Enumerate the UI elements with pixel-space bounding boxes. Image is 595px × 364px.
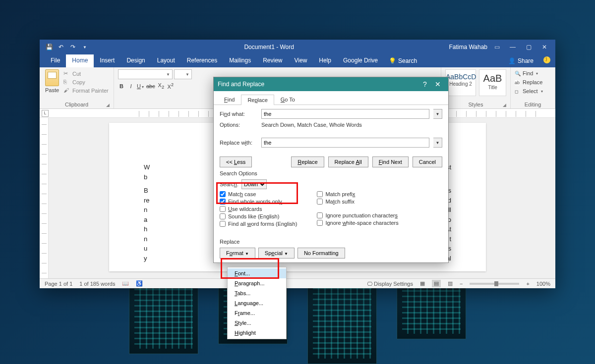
feedback-icon[interactable] xyxy=(543,56,550,63)
less-button[interactable]: << Less xyxy=(220,156,252,167)
dialog-tab-replace[interactable]: Replace xyxy=(241,95,274,105)
italic-button[interactable]: I xyxy=(127,83,134,89)
close-icon[interactable]: ✕ xyxy=(538,44,550,51)
qat-dropdown-icon[interactable]: ▼ xyxy=(80,43,89,52)
menu-item-style[interactable]: Style... xyxy=(228,318,286,328)
style-heading2[interactable]: AaBbCcDHeading 2 xyxy=(445,69,476,96)
font-name-combo[interactable]: ▼ xyxy=(118,69,173,79)
tab-home[interactable]: Home xyxy=(66,54,94,67)
chevron-down-icon: ▾ xyxy=(541,89,543,94)
menu-item-font[interactable]: Font... xyxy=(228,268,286,278)
copy-button[interactable]: Copy xyxy=(63,79,109,86)
style-title[interactable]: AaBTitle xyxy=(479,69,506,96)
zoom-in-button[interactable]: + xyxy=(526,281,529,287)
ribbon-tabs: File Home Insert Design Layout Reference… xyxy=(40,54,555,67)
ignore-punctuation-checkbox[interactable]: Ignore punctuation characters xyxy=(317,212,398,218)
tab-insert[interactable]: Insert xyxy=(94,54,120,67)
replace-section-label: Replace xyxy=(220,239,442,245)
no-formatting-button[interactable]: No Formatting xyxy=(298,248,345,259)
chevron-down-icon: ▼ xyxy=(185,72,189,77)
find-next-button[interactable]: Find Next xyxy=(372,156,409,167)
replace-with-input[interactable] xyxy=(261,138,429,148)
strikethrough-button[interactable]: abc xyxy=(146,83,155,89)
format-painter-button[interactable]: Format Painter xyxy=(63,87,109,94)
wildcards-checkbox[interactable]: Use wildcards xyxy=(220,206,297,212)
menu-item-frame[interactable]: Frame... xyxy=(228,308,286,318)
word-forms-checkbox[interactable]: Find all word forms (English) xyxy=(220,221,297,227)
subscript-button[interactable]: X2 xyxy=(158,82,165,90)
menu-item-tabs[interactable]: Tabs... xyxy=(228,288,286,298)
redo-icon[interactable]: ↷ xyxy=(68,43,77,52)
tab-review[interactable]: Review xyxy=(257,54,288,67)
menu-item-paragraph[interactable]: Paragraph... xyxy=(228,278,286,288)
replace-button[interactable]: Replace xyxy=(515,79,551,85)
font-size-combo[interactable]: ▼ xyxy=(174,69,192,79)
save-icon[interactable]: 💾 xyxy=(45,43,54,52)
tab-file[interactable]: File xyxy=(45,54,66,67)
titlebar: 💾 ↶ ↷ ▼ Document1 - Word Fatima Wahab ▭ … xyxy=(40,40,555,54)
bold-button[interactable]: B xyxy=(118,83,125,89)
find-history-dropdown[interactable]: ▼ xyxy=(433,109,442,119)
tell-me-search[interactable]: 💡Search xyxy=(384,54,422,67)
search-direction-select[interactable]: Down xyxy=(241,179,267,189)
zoom-out-button[interactable]: − xyxy=(460,281,463,287)
tab-references[interactable]: References xyxy=(181,54,223,67)
chevron-down-icon: ▼ xyxy=(166,72,170,77)
paste-button[interactable]: Paste xyxy=(44,69,60,101)
dialog-close-icon[interactable]: ✕ xyxy=(431,80,444,88)
find-what-input[interactable] xyxy=(261,109,429,119)
read-mode-icon[interactable]: ▦ xyxy=(420,280,425,287)
tab-design[interactable]: Design xyxy=(120,54,151,67)
chevron-down-icon: ▾ xyxy=(536,71,538,76)
maximize-icon[interactable]: ▢ xyxy=(523,44,535,51)
whole-words-checkbox[interactable]: Find whole words only xyxy=(220,199,297,205)
editing-group-label: Editing xyxy=(525,102,541,107)
dialog-tab-find[interactable]: Find xyxy=(218,94,241,104)
tab-google-drive[interactable]: Google Drive xyxy=(337,54,384,67)
word-count[interactable]: 1 of 185 words xyxy=(79,281,115,287)
print-layout-icon[interactable]: ▤ xyxy=(432,280,441,287)
replace-one-button[interactable]: Replace xyxy=(291,156,324,167)
sounds-like-checkbox[interactable]: Sounds like (English) xyxy=(220,213,297,219)
display-settings-button[interactable]: 🖵 Display Settings xyxy=(367,281,413,287)
format-menu-button[interactable]: Format ▼ xyxy=(220,248,255,259)
zoom-level[interactable]: 100% xyxy=(536,281,550,287)
tab-view[interactable]: View xyxy=(289,54,313,67)
menu-item-language[interactable]: Language... xyxy=(228,298,286,308)
web-layout-icon[interactable]: ▥ xyxy=(448,280,453,287)
replace-all-button[interactable]: Replace All xyxy=(328,156,368,167)
spelling-icon[interactable]: 📖 xyxy=(122,280,129,287)
superscript-button[interactable]: X2 xyxy=(167,82,174,90)
ignore-whitespace-checkbox[interactable]: Ignore white-space characters xyxy=(317,220,398,226)
select-button[interactable]: Select▾ xyxy=(515,88,551,94)
zoom-slider[interactable] xyxy=(470,283,519,285)
underline-button[interactable]: U▾ xyxy=(137,83,144,89)
dialog-titlebar[interactable]: Find and Replace ? ✕ xyxy=(214,77,448,91)
clipboard-launcher-icon[interactable]: ◢ xyxy=(106,103,110,107)
styles-launcher-icon[interactable]: ◢ xyxy=(503,103,506,107)
cancel-button[interactable]: Cancel xyxy=(413,156,442,167)
replace-history-dropdown[interactable]: ▼ xyxy=(433,138,442,148)
find-button[interactable]: Find▾ xyxy=(515,70,551,76)
styles-group-label: Styles xyxy=(469,102,483,107)
special-menu-button[interactable]: Special ▼ xyxy=(258,248,295,259)
match-suffix-checkbox[interactable]: Match suffix xyxy=(317,199,398,205)
dialog-tab-goto[interactable]: Go To xyxy=(274,94,301,104)
match-prefix-checkbox[interactable]: Match prefix xyxy=(317,191,398,197)
tab-mailings[interactable]: Mailings xyxy=(223,54,257,67)
match-case-checkbox[interactable]: Match case xyxy=(220,191,297,197)
page-indicator[interactable]: Page 1 of 1 xyxy=(45,281,72,287)
tab-help[interactable]: Help xyxy=(313,54,337,67)
cut-button[interactable]: Cut xyxy=(63,70,109,77)
share-button[interactable]: 👤Share xyxy=(503,54,538,67)
tab-layout[interactable]: Layout xyxy=(151,54,181,67)
undo-icon[interactable]: ↶ xyxy=(57,43,65,52)
help-icon[interactable]: ? xyxy=(418,80,431,88)
share-icon: 👤 xyxy=(508,57,516,64)
minimize-icon[interactable]: ― xyxy=(507,44,519,51)
user-name[interactable]: Fatima Wahab xyxy=(449,44,487,51)
accessibility-icon[interactable]: ♿ xyxy=(136,280,143,287)
ribbon-options-icon[interactable]: ▭ xyxy=(494,44,500,51)
menu-item-highlight[interactable]: Highlight xyxy=(228,328,286,338)
tab-selector[interactable]: L xyxy=(42,110,49,117)
